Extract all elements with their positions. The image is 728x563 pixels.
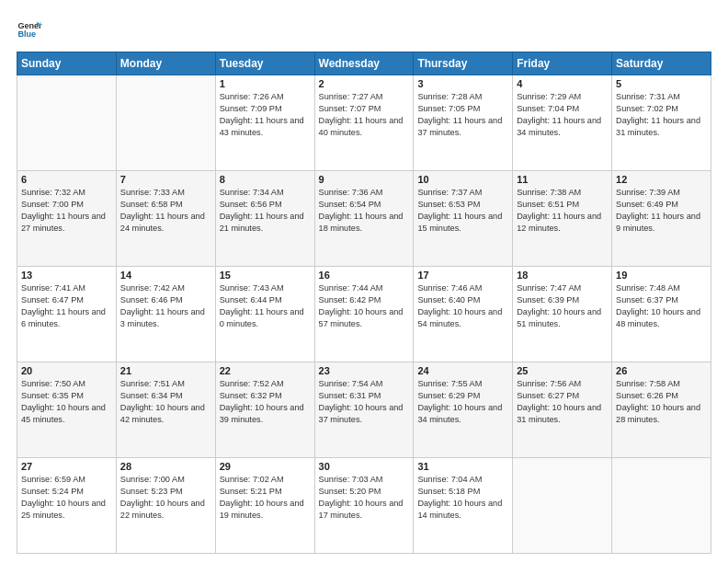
calendar-day-cell: 9Sunrise: 7:36 AM Sunset: 6:54 PM Daylig… (314, 171, 414, 267)
day-number: 11 (517, 174, 608, 185)
calendar-week-row: 20Sunrise: 7:50 AM Sunset: 6:35 PM Dayli… (17, 362, 711, 458)
day-info: Sunrise: 7:43 AM Sunset: 6:44 PM Dayligh… (220, 282, 311, 330)
calendar-week-row: 1Sunrise: 7:26 AM Sunset: 7:09 PM Daylig… (17, 75, 711, 171)
calendar-day-cell: 8Sunrise: 7:34 AM Sunset: 6:56 PM Daylig… (215, 171, 314, 267)
day-number: 14 (120, 270, 211, 281)
day-info: Sunrise: 7:41 AM Sunset: 6:47 PM Dayligh… (21, 282, 112, 330)
day-number: 22 (220, 365, 311, 376)
calendar-day-cell: 29Sunrise: 7:02 AM Sunset: 5:21 PM Dayli… (215, 458, 314, 554)
day-number: 30 (319, 461, 410, 472)
page: General Blue SundayMondayTuesdayWednesda… (0, 0, 728, 563)
day-number: 16 (319, 270, 410, 281)
day-info: Sunrise: 7:33 AM Sunset: 6:58 PM Dayligh… (120, 187, 211, 235)
day-info: Sunrise: 7:37 AM Sunset: 6:53 PM Dayligh… (417, 187, 508, 235)
calendar-table: SundayMondayTuesdayWednesdayThursdayFrid… (17, 52, 711, 554)
day-info: Sunrise: 7:56 AM Sunset: 6:27 PM Dayligh… (517, 378, 608, 426)
header: General Blue (17, 17, 711, 42)
day-info: Sunrise: 7:02 AM Sunset: 5:21 PM Dayligh… (220, 474, 311, 522)
day-info: Sunrise: 7:44 AM Sunset: 6:42 PM Dayligh… (319, 282, 410, 330)
calendar-header-sunday: Sunday (17, 52, 117, 75)
day-number: 10 (417, 174, 508, 185)
day-info: Sunrise: 7:04 AM Sunset: 5:18 PM Dayligh… (417, 474, 508, 522)
day-info: Sunrise: 7:46 AM Sunset: 6:40 PM Dayligh… (417, 282, 508, 330)
day-info: Sunrise: 7:47 AM Sunset: 6:39 PM Dayligh… (517, 282, 608, 330)
calendar-day-cell: 10Sunrise: 7:37 AM Sunset: 6:53 PM Dayli… (414, 171, 513, 267)
calendar-header-tuesday: Tuesday (215, 52, 314, 75)
day-number: 27 (21, 461, 112, 472)
day-info: Sunrise: 7:29 AM Sunset: 7:04 PM Dayligh… (517, 91, 608, 139)
calendar-day-cell: 27Sunrise: 6:59 AM Sunset: 5:24 PM Dayli… (17, 458, 117, 554)
day-number: 18 (517, 270, 608, 281)
day-info: Sunrise: 6:59 AM Sunset: 5:24 PM Dayligh… (21, 474, 112, 522)
calendar-header-saturday: Saturday (612, 52, 711, 75)
svg-text:Blue: Blue (17, 29, 36, 39)
calendar-header-monday: Monday (116, 52, 215, 75)
day-info: Sunrise: 7:42 AM Sunset: 6:46 PM Dayligh… (120, 282, 211, 330)
day-info: Sunrise: 7:27 AM Sunset: 7:07 PM Dayligh… (319, 91, 410, 139)
day-number: 1 (220, 78, 311, 89)
calendar-day-cell: 7Sunrise: 7:33 AM Sunset: 6:58 PM Daylig… (116, 171, 215, 267)
day-info: Sunrise: 7:54 AM Sunset: 6:31 PM Dayligh… (319, 378, 410, 426)
day-number: 15 (220, 270, 311, 281)
day-info: Sunrise: 7:31 AM Sunset: 7:02 PM Dayligh… (616, 91, 707, 139)
calendar-day-cell: 3Sunrise: 7:28 AM Sunset: 7:05 PM Daylig… (414, 75, 513, 171)
calendar-day-cell: 12Sunrise: 7:39 AM Sunset: 6:49 PM Dayli… (612, 171, 711, 267)
day-number: 19 (616, 270, 707, 281)
calendar-header-thursday: Thursday (414, 52, 513, 75)
day-info: Sunrise: 7:48 AM Sunset: 6:37 PM Dayligh… (616, 282, 707, 330)
day-number: 8 (220, 174, 311, 185)
day-info: Sunrise: 7:55 AM Sunset: 6:29 PM Dayligh… (417, 378, 508, 426)
logo: General Blue (17, 17, 42, 42)
day-number: 28 (120, 461, 211, 472)
calendar-day-cell (116, 75, 215, 171)
calendar-header-friday: Friday (513, 52, 612, 75)
calendar-week-row: 13Sunrise: 7:41 AM Sunset: 6:47 PM Dayli… (17, 267, 711, 362)
calendar-day-cell: 6Sunrise: 7:32 AM Sunset: 7:00 PM Daylig… (17, 171, 117, 267)
day-number: 17 (417, 270, 508, 281)
calendar-week-row: 27Sunrise: 6:59 AM Sunset: 5:24 PM Dayli… (17, 458, 711, 554)
day-number: 20 (21, 365, 112, 376)
calendar-day-cell: 23Sunrise: 7:54 AM Sunset: 6:31 PM Dayli… (314, 362, 414, 458)
day-number: 26 (616, 365, 707, 376)
calendar-day-cell: 31Sunrise: 7:04 AM Sunset: 5:18 PM Dayli… (414, 458, 513, 554)
calendar-header-row: SundayMondayTuesdayWednesdayThursdayFrid… (17, 52, 711, 75)
day-info: Sunrise: 7:52 AM Sunset: 6:32 PM Dayligh… (220, 378, 311, 426)
calendar-day-cell: 11Sunrise: 7:38 AM Sunset: 6:51 PM Dayli… (513, 171, 612, 267)
day-info: Sunrise: 7:00 AM Sunset: 5:23 PM Dayligh… (120, 474, 211, 522)
day-number: 5 (616, 78, 707, 89)
calendar-day-cell: 20Sunrise: 7:50 AM Sunset: 6:35 PM Dayli… (17, 362, 117, 458)
calendar-day-cell: 13Sunrise: 7:41 AM Sunset: 6:47 PM Dayli… (17, 267, 117, 362)
day-info: Sunrise: 7:26 AM Sunset: 7:09 PM Dayligh… (220, 91, 311, 139)
calendar-day-cell: 21Sunrise: 7:51 AM Sunset: 6:34 PM Dayli… (116, 362, 215, 458)
calendar-day-cell: 26Sunrise: 7:58 AM Sunset: 6:26 PM Dayli… (612, 362, 711, 458)
day-info: Sunrise: 7:51 AM Sunset: 6:34 PM Dayligh… (120, 378, 211, 426)
calendar-day-cell: 25Sunrise: 7:56 AM Sunset: 6:27 PM Dayli… (513, 362, 612, 458)
day-info: Sunrise: 7:38 AM Sunset: 6:51 PM Dayligh… (517, 187, 608, 235)
day-number: 25 (517, 365, 608, 376)
day-number: 13 (21, 270, 112, 281)
day-info: Sunrise: 7:32 AM Sunset: 7:00 PM Dayligh… (21, 187, 112, 235)
calendar-day-cell (612, 458, 711, 554)
day-info: Sunrise: 7:39 AM Sunset: 6:49 PM Dayligh… (616, 187, 707, 235)
day-info: Sunrise: 7:03 AM Sunset: 5:20 PM Dayligh… (319, 474, 410, 522)
calendar-day-cell: 24Sunrise: 7:55 AM Sunset: 6:29 PM Dayli… (414, 362, 513, 458)
day-number: 7 (120, 174, 211, 185)
calendar-day-cell: 4Sunrise: 7:29 AM Sunset: 7:04 PM Daylig… (513, 75, 612, 171)
calendar-day-cell: 2Sunrise: 7:27 AM Sunset: 7:07 PM Daylig… (314, 75, 414, 171)
day-number: 2 (319, 78, 410, 89)
calendar-day-cell: 5Sunrise: 7:31 AM Sunset: 7:02 PM Daylig… (612, 75, 711, 171)
day-info: Sunrise: 7:58 AM Sunset: 6:26 PM Dayligh… (616, 378, 707, 426)
day-number: 4 (517, 78, 608, 89)
logo-icon: General Blue (17, 17, 42, 42)
day-number: 21 (120, 365, 211, 376)
day-info: Sunrise: 7:28 AM Sunset: 7:05 PM Dayligh… (417, 91, 508, 139)
day-number: 3 (417, 78, 508, 89)
calendar-day-cell (17, 75, 117, 171)
calendar-day-cell: 19Sunrise: 7:48 AM Sunset: 6:37 PM Dayli… (612, 267, 711, 362)
calendar-day-cell: 18Sunrise: 7:47 AM Sunset: 6:39 PM Dayli… (513, 267, 612, 362)
day-info: Sunrise: 7:36 AM Sunset: 6:54 PM Dayligh… (319, 187, 410, 235)
calendar-header-wednesday: Wednesday (314, 52, 414, 75)
calendar-week-row: 6Sunrise: 7:32 AM Sunset: 7:00 PM Daylig… (17, 171, 711, 267)
calendar-day-cell: 16Sunrise: 7:44 AM Sunset: 6:42 PM Dayli… (314, 267, 414, 362)
calendar-day-cell: 15Sunrise: 7:43 AM Sunset: 6:44 PM Dayli… (215, 267, 314, 362)
